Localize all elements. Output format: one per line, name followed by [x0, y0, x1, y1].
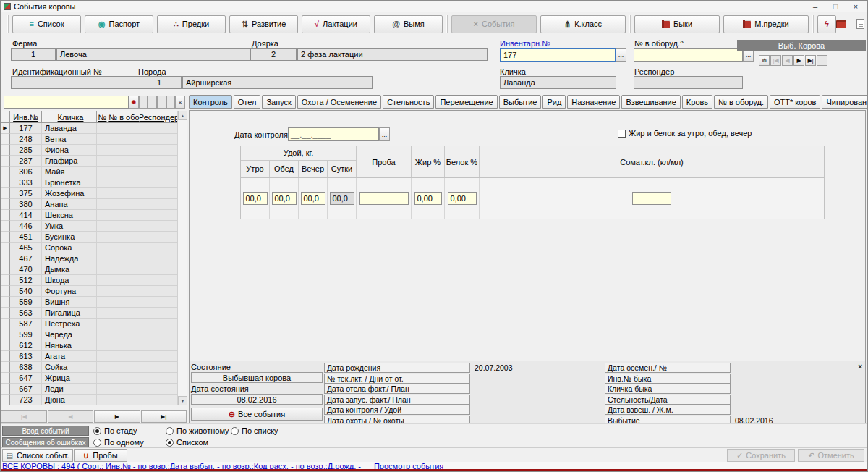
tab-перемещение[interactable]: Перемещение: [435, 95, 497, 109]
cow-row[interactable]: 667Леди: [1, 384, 187, 395]
info-close-icon[interactable]: ×: [858, 363, 862, 371]
tab-кровь[interactable]: Кровь: [682, 95, 712, 109]
radio-icon[interactable]: [166, 439, 174, 447]
inventory-number-input[interactable]: 177: [500, 48, 616, 62]
radio-icon[interactable]: [231, 427, 239, 435]
cow-row[interactable]: ▶177Лаванда: [1, 123, 187, 134]
probe-input[interactable]: [359, 192, 409, 205]
scroll-up-icon[interactable]: ▲: [178, 111, 187, 120]
cow-row[interactable]: 587Пестрёха: [1, 319, 187, 329]
nav-last-icon[interactable]: ▶|: [805, 55, 816, 66]
cow-row[interactable]: 613Агата: [1, 351, 187, 362]
cow-column-header[interactable]: Респондер: [140, 111, 178, 123]
cow-row[interactable]: 723Дюна: [1, 395, 187, 405]
cow-row[interactable]: 248Ветка: [1, 134, 187, 145]
toolbar-button-razvitie[interactable]: ⇅Развитие: [229, 15, 298, 33]
toolbar-button-predki[interactable]: ∴Предки: [157, 15, 226, 33]
cow-column-header[interactable]: № в обо: [109, 111, 140, 123]
cow-row[interactable]: 446Умка: [1, 221, 187, 232]
tab-охота-осеменение[interactable]: Охота / Осеменение: [297, 95, 381, 109]
toolbar-button-kklass[interactable]: ⋔К.класс: [540, 15, 626, 33]
cow-row[interactable]: 467Надежда: [1, 253, 187, 264]
radio-по-животному[interactable]: По животному: [166, 426, 229, 436]
cow-row[interactable]: 333Брюнетка: [1, 177, 187, 188]
cow-row[interactable]: 375Жозефина: [1, 188, 187, 199]
tab-рид[interactable]: Рид: [542, 95, 566, 109]
cow-row[interactable]: 540Фортуна: [1, 286, 187, 297]
somatic-input[interactable]: [632, 192, 671, 205]
radio-icon[interactable]: [93, 439, 101, 447]
cow-column-header[interactable]: №: [97, 111, 109, 123]
toolbar-button-vymya[interactable]: @Вымя: [374, 15, 443, 33]
cow-column-header[interactable]: Кличка: [42, 111, 97, 123]
toolbar-button-laktacii[interactable]: √Лактации: [302, 15, 370, 33]
radio-icon[interactable]: [93, 427, 101, 435]
tab--в-оборуд-[interactable]: № в оборуд.: [714, 95, 768, 109]
tab-выбытие[interactable]: Выбытие: [499, 95, 542, 109]
cow-row[interactable]: 599Череда: [1, 329, 187, 340]
search-close-icon[interactable]: ×: [175, 96, 185, 109]
tab-запуск[interactable]: Запуск: [262, 95, 295, 109]
cow-row[interactable]: 559Вишня: [1, 297, 187, 308]
scroll-down-icon[interactable]: ▼: [178, 396, 187, 405]
minimize-icon[interactable]: –: [805, 1, 825, 12]
cow-row[interactable]: 414Шексна: [1, 210, 187, 221]
close-icon[interactable]: ×: [846, 1, 866, 12]
tab-чипирование[interactable]: Чипирование: [822, 95, 868, 109]
tab-назначение[interactable]: Назначение: [567, 95, 620, 109]
cow-row[interactable]: 612Нянька: [1, 340, 187, 351]
cow-row[interactable]: 287Глафира: [1, 156, 187, 167]
cow-row[interactable]: 470Дымка: [1, 264, 187, 275]
search-apply-icon[interactable]: ◉: [129, 96, 139, 109]
maximize-icon[interactable]: □: [825, 1, 846, 12]
fat-input[interactable]: 0,00: [414, 192, 442, 205]
control-date-picker-button[interactable]: ...: [379, 127, 390, 141]
radio-по-стаду[interactable]: По стаду: [93, 426, 137, 436]
radio-списком[interactable]: Списком: [166, 437, 208, 447]
inventory-lookup-button[interactable]: ...: [616, 48, 626, 62]
tab-probes[interactable]: ∪ Пробы: [74, 449, 127, 462]
tab-стельность[interactable]: Стельность: [383, 95, 434, 109]
cow-row[interactable]: 563Пигалица: [1, 308, 187, 319]
cow-search-input[interactable]: [4, 96, 129, 109]
archive-icon[interactable]: [836, 20, 846, 28]
cow-cell: Лаванда: [42, 123, 97, 134]
milk-morning-input[interactable]: 00,0: [243, 192, 268, 205]
radio-по-списку[interactable]: По списку: [231, 426, 278, 436]
all-events-button[interactable]: ⊖ Все события: [191, 408, 323, 421]
tab-взвешивание[interactable]: Взвешивание: [621, 95, 680, 109]
radio-по-одному[interactable]: По одному: [93, 437, 144, 447]
document-icon[interactable]: [856, 19, 864, 29]
milk-evening-input[interactable]: 00,0: [301, 192, 326, 205]
control-date-input[interactable]: __.__.____: [288, 127, 379, 141]
state-label: Состояние: [191, 363, 323, 371]
protein-input[interactable]: 0,00: [448, 192, 477, 205]
tab-отт-коров[interactable]: ОТТ* коров: [770, 95, 820, 109]
cow-row[interactable]: 306Майя: [1, 167, 187, 177]
cow-row[interactable]: 380Анапа: [1, 199, 187, 210]
radio-icon[interactable]: [166, 427, 174, 435]
toolbar-button-spisok[interactable]: ≡Список: [12, 15, 81, 33]
list-next-icon[interactable]: ▶: [94, 410, 140, 423]
cow-column-header[interactable]: Инв.№: [10, 111, 42, 123]
toolbar-button-pasport[interactable]: ◉Паспорт: [85, 15, 153, 33]
nav-next-icon[interactable]: ▶: [793, 55, 804, 66]
cow-row[interactable]: 465Сорока: [1, 243, 187, 253]
toolbar-button-byki[interactable]: Быки: [634, 15, 720, 33]
toolbar-button-mpredki[interactable]: М.предки: [723, 15, 809, 33]
tab-отел[interactable]: Отел: [234, 95, 261, 109]
cow-row[interactable]: 451Бусинка: [1, 232, 187, 243]
binoculars-icon[interactable]: ⋒: [759, 55, 770, 66]
cow-row[interactable]: 285Фиона: [1, 145, 187, 156]
tab-контроль[interactable]: Контроль: [189, 95, 232, 109]
milk-noon-input[interactable]: 00,0: [272, 192, 297, 205]
fat-protein-checkbox[interactable]: [618, 130, 626, 138]
cow-list-scrollbar[interactable]: ▲ ▼: [177, 111, 187, 405]
cow-row[interactable]: 638Сойка: [1, 362, 187, 373]
equipment-number-input[interactable]: [634, 48, 743, 62]
cow-row[interactable]: 647Жрица: [1, 373, 187, 384]
list-last-icon[interactable]: ▶|: [141, 410, 187, 423]
tab-events-list[interactable]: ▤ Список событ.: [2, 449, 73, 462]
cow-row[interactable]: 512Шкода: [1, 275, 187, 286]
exit-button[interactable]: ϟ: [817, 15, 836, 33]
